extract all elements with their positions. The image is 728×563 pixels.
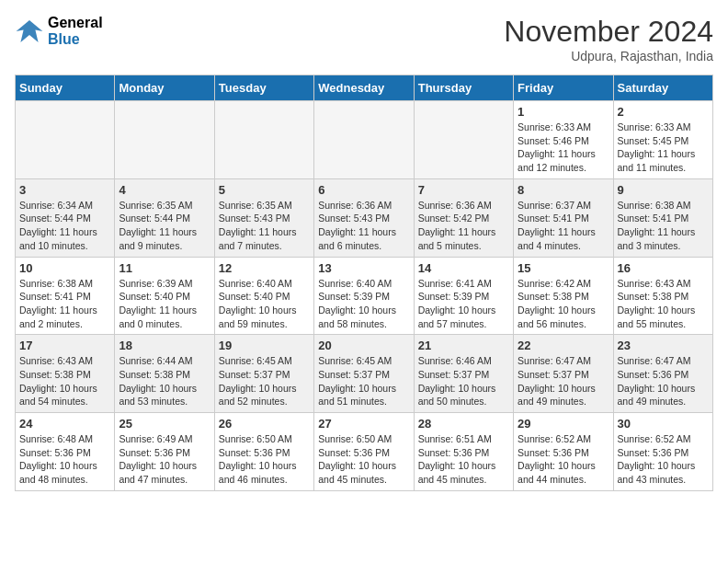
logo-icon (15, 17, 44, 46)
calendar-body: 1Sunrise: 6:33 AM Sunset: 5:46 PM Daylig… (16, 101, 713, 491)
month-title: November 2024 (504, 15, 713, 49)
day-info: Sunrise: 6:51 AM Sunset: 5:36 PM Dayligh… (418, 432, 509, 487)
day-info: Sunrise: 6:40 AM Sunset: 5:39 PM Dayligh… (318, 277, 409, 331)
weekday-header: Saturday (613, 75, 712, 101)
calendar-day-cell: 7Sunrise: 6:36 AM Sunset: 5:42 PM Daylig… (414, 178, 513, 257)
day-number: 8 (518, 183, 609, 197)
day-number: 24 (19, 417, 110, 431)
calendar-day-cell: 1Sunrise: 6:33 AM Sunset: 5:46 PM Daylig… (514, 101, 613, 179)
calendar-day-cell: 2Sunrise: 6:33 AM Sunset: 5:45 PM Daylig… (613, 101, 712, 179)
calendar-week-row: 1Sunrise: 6:33 AM Sunset: 5:46 PM Daylig… (16, 101, 713, 179)
day-number: 7 (418, 183, 509, 197)
weekday-header: Monday (115, 75, 214, 101)
calendar-week-row: 24Sunrise: 6:48 AM Sunset: 5:36 PM Dayli… (16, 413, 713, 491)
day-number: 4 (119, 183, 210, 197)
day-info: Sunrise: 6:45 AM Sunset: 5:37 PM Dayligh… (219, 354, 310, 408)
day-number: 6 (318, 183, 409, 197)
calendar-week-row: 3Sunrise: 6:34 AM Sunset: 5:44 PM Daylig… (16, 178, 713, 257)
calendar-day-cell: 15Sunrise: 6:42 AM Sunset: 5:38 PM Dayli… (514, 257, 613, 335)
day-number: 26 (219, 417, 310, 431)
calendar-day-cell: 5Sunrise: 6:35 AM Sunset: 5:43 PM Daylig… (214, 178, 313, 257)
day-number: 19 (219, 339, 310, 352)
day-info: Sunrise: 6:47 AM Sunset: 5:36 PM Dayligh… (618, 354, 709, 408)
day-number: 27 (318, 417, 409, 431)
logo: General Blue (15, 15, 103, 48)
calendar-day-cell (414, 101, 513, 179)
calendar-day-cell: 3Sunrise: 6:34 AM Sunset: 5:44 PM Daylig… (16, 178, 115, 257)
day-info: Sunrise: 6:35 AM Sunset: 5:44 PM Dayligh… (119, 199, 210, 253)
calendar-day-cell: 30Sunrise: 6:52 AM Sunset: 5:36 PM Dayli… (613, 413, 712, 491)
day-number: 23 (618, 339, 709, 352)
location: Udpura, Rajasthan, India (504, 49, 713, 63)
calendar: SundayMondayTuesdayWednesdayThursdayFrid… (15, 75, 713, 491)
title-block: November 2024 Udpura, Rajasthan, India (504, 15, 713, 63)
day-number: 1 (518, 105, 609, 119)
day-info: Sunrise: 6:44 AM Sunset: 5:38 PM Dayligh… (119, 354, 210, 408)
calendar-day-cell: 13Sunrise: 6:40 AM Sunset: 5:39 PM Dayli… (314, 257, 414, 335)
weekday-header: Sunday (16, 75, 115, 101)
calendar-day-cell: 12Sunrise: 6:40 AM Sunset: 5:40 PM Dayli… (214, 257, 313, 335)
calendar-day-cell: 20Sunrise: 6:45 AM Sunset: 5:37 PM Dayli… (314, 335, 414, 413)
day-info: Sunrise: 6:50 AM Sunset: 5:36 PM Dayligh… (318, 432, 409, 487)
calendar-header-row: SundayMondayTuesdayWednesdayThursdayFrid… (16, 75, 713, 101)
calendar-day-cell (214, 101, 313, 179)
day-number: 20 (318, 339, 409, 352)
day-info: Sunrise: 6:36 AM Sunset: 5:42 PM Dayligh… (418, 199, 509, 253)
day-number: 11 (119, 261, 210, 275)
day-number: 28 (418, 417, 509, 431)
calendar-day-cell: 16Sunrise: 6:43 AM Sunset: 5:38 PM Dayli… (613, 257, 712, 335)
day-info: Sunrise: 6:45 AM Sunset: 5:37 PM Dayligh… (318, 354, 409, 408)
day-info: Sunrise: 6:48 AM Sunset: 5:36 PM Dayligh… (19, 432, 110, 487)
svg-marker-0 (17, 20, 43, 42)
weekday-header: Friday (514, 75, 613, 101)
calendar-day-cell: 18Sunrise: 6:44 AM Sunset: 5:38 PM Dayli… (115, 335, 214, 413)
day-number: 22 (518, 339, 609, 352)
day-info: Sunrise: 6:49 AM Sunset: 5:36 PM Dayligh… (119, 432, 210, 487)
day-info: Sunrise: 6:38 AM Sunset: 5:41 PM Dayligh… (618, 199, 709, 253)
day-number: 12 (219, 261, 310, 275)
day-number: 14 (418, 261, 509, 275)
weekday-header: Wednesday (314, 75, 414, 101)
calendar-day-cell: 27Sunrise: 6:50 AM Sunset: 5:36 PM Dayli… (314, 413, 414, 491)
day-number: 13 (318, 261, 409, 275)
calendar-day-cell: 24Sunrise: 6:48 AM Sunset: 5:36 PM Dayli… (16, 413, 115, 491)
day-number: 17 (19, 339, 110, 352)
calendar-day-cell: 25Sunrise: 6:49 AM Sunset: 5:36 PM Dayli… (115, 413, 214, 491)
calendar-day-cell (16, 101, 115, 179)
day-number: 18 (119, 339, 210, 352)
day-number: 29 (518, 417, 609, 431)
calendar-day-cell: 21Sunrise: 6:46 AM Sunset: 5:37 PM Dayli… (414, 335, 513, 413)
day-number: 25 (119, 417, 210, 431)
day-info: Sunrise: 6:50 AM Sunset: 5:36 PM Dayligh… (219, 432, 310, 487)
calendar-day-cell: 6Sunrise: 6:36 AM Sunset: 5:43 PM Daylig… (314, 178, 414, 257)
day-info: Sunrise: 6:52 AM Sunset: 5:36 PM Dayligh… (618, 432, 709, 487)
day-info: Sunrise: 6:38 AM Sunset: 5:41 PM Dayligh… (19, 277, 110, 331)
calendar-day-cell (115, 101, 214, 179)
calendar-day-cell: 19Sunrise: 6:45 AM Sunset: 5:37 PM Dayli… (214, 335, 313, 413)
day-number: 16 (618, 261, 709, 275)
calendar-day-cell: 28Sunrise: 6:51 AM Sunset: 5:36 PM Dayli… (414, 413, 513, 491)
day-info: Sunrise: 6:37 AM Sunset: 5:41 PM Dayligh… (518, 199, 609, 253)
day-number: 5 (219, 183, 310, 197)
calendar-day-cell: 23Sunrise: 6:47 AM Sunset: 5:36 PM Dayli… (613, 335, 712, 413)
day-info: Sunrise: 6:40 AM Sunset: 5:40 PM Dayligh… (219, 277, 310, 331)
calendar-day-cell: 14Sunrise: 6:41 AM Sunset: 5:39 PM Dayli… (414, 257, 513, 335)
day-info: Sunrise: 6:34 AM Sunset: 5:44 PM Dayligh… (19, 199, 110, 253)
day-info: Sunrise: 6:52 AM Sunset: 5:36 PM Dayligh… (518, 432, 609, 487)
page-header: General Blue November 2024 Udpura, Rajas… (15, 15, 713, 63)
day-info: Sunrise: 6:42 AM Sunset: 5:38 PM Dayligh… (518, 277, 609, 331)
calendar-day-cell: 11Sunrise: 6:39 AM Sunset: 5:40 PM Dayli… (115, 257, 214, 335)
day-number: 2 (618, 105, 709, 119)
day-number: 9 (618, 183, 709, 197)
day-info: Sunrise: 6:33 AM Sunset: 5:45 PM Dayligh… (618, 121, 709, 175)
weekday-header: Thursday (414, 75, 513, 101)
weekday-header: Tuesday (214, 75, 313, 101)
calendar-day-cell (314, 101, 414, 179)
calendar-day-cell: 29Sunrise: 6:52 AM Sunset: 5:36 PM Dayli… (514, 413, 613, 491)
day-info: Sunrise: 6:47 AM Sunset: 5:37 PM Dayligh… (518, 354, 609, 408)
day-number: 3 (19, 183, 110, 197)
day-info: Sunrise: 6:39 AM Sunset: 5:40 PM Dayligh… (119, 277, 210, 331)
calendar-day-cell: 26Sunrise: 6:50 AM Sunset: 5:36 PM Dayli… (214, 413, 313, 491)
day-info: Sunrise: 6:43 AM Sunset: 5:38 PM Dayligh… (618, 277, 709, 331)
calendar-week-row: 17Sunrise: 6:43 AM Sunset: 5:38 PM Dayli… (16, 335, 713, 413)
